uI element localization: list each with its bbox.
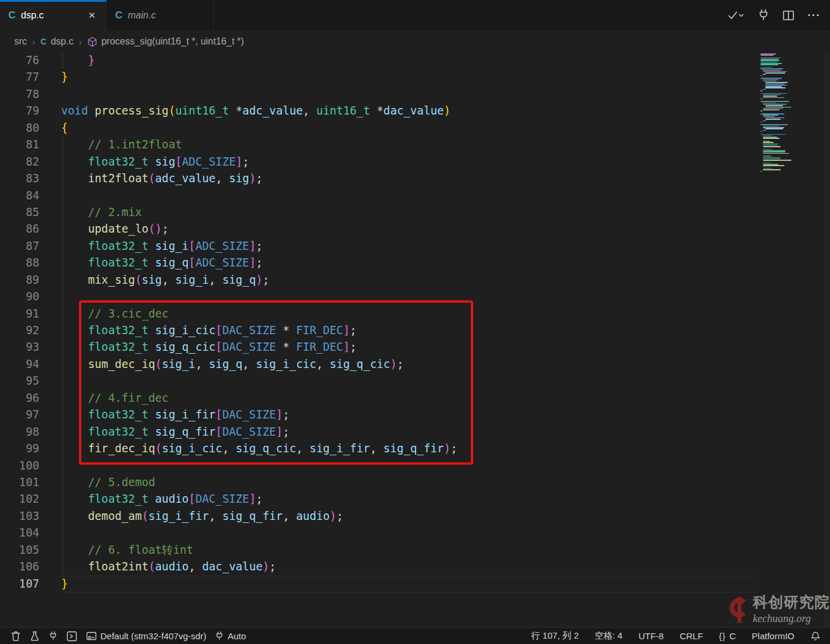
line-number[interactable]: 96 [0, 390, 39, 407]
line-number[interactable]: 88 [0, 255, 39, 271]
tab-dsp-c[interactable]: C dsp.c ✕ [0, 0, 107, 31]
code-line[interactable]: 105 // 6. float转int [0, 542, 760, 559]
scrollbar-track[interactable] [823, 52, 830, 627]
code-line[interactable]: 103 demod_am(sig_i_fir, sig_q_fir, audio… [0, 508, 760, 525]
line-number[interactable]: 78 [0, 86, 39, 103]
line-number[interactable]: 82 [0, 154, 39, 170]
status-platformio[interactable]: PlatformIO [752, 631, 794, 641]
status-line-col[interactable]: 行 107, 列 2 [531, 630, 579, 642]
pio-clean-trash-icon[interactable] [11, 631, 21, 642]
code-line[interactable]: 76 } [0, 52, 760, 69]
status-language[interactable]: {} C [719, 631, 736, 641]
line-number[interactable]: 105 [0, 542, 39, 559]
breadcrumb-item-src[interactable]: src [14, 36, 27, 47]
code-line[interactable]: 85 // 2.mix [0, 204, 760, 221]
code-line[interactable]: 106 float2int(audio, dac_value); [0, 559, 760, 575]
minimap[interactable] [761, 53, 803, 172]
code-line[interactable]: 84 [0, 188, 760, 204]
code-line[interactable]: 97 float32_t sig_i_fir[DAC_SIZE]; [0, 407, 760, 423]
code-line[interactable]: 82 float32_t sig[ADC_SIZE]; [0, 154, 760, 170]
code-line[interactable]: 86 update_lo(); [0, 221, 760, 237]
code-line[interactable]: 89 mix_sig(sig, sig_i, sig_q); [0, 272, 760, 288]
line-number[interactable]: 83 [0, 170, 39, 187]
code-line[interactable]: 90 [0, 288, 760, 305]
braces-icon: {} [719, 632, 726, 641]
code-line[interactable]: 98 float32_t sig_q_fir[DAC_SIZE]; [0, 424, 760, 440]
line-number[interactable]: 89 [0, 272, 39, 288]
status-bar: Default (stm32-f407vg-sdr) Auto 行 107, 列… [0, 627, 830, 644]
line-number[interactable]: 94 [0, 356, 39, 373]
line-number[interactable]: 92 [0, 322, 39, 339]
line-number[interactable]: 98 [0, 424, 39, 440]
line-number[interactable]: 104 [0, 525, 39, 541]
line-number[interactable]: 99 [0, 440, 39, 457]
tab-main-c[interactable]: C main.c [107, 0, 214, 31]
line-number[interactable]: 81 [0, 137, 39, 153]
code-line[interactable]: 100 [0, 458, 760, 474]
code-line[interactable]: 78 [0, 86, 760, 103]
notifications-bell-icon[interactable] [810, 631, 821, 642]
port-label: Auto [227, 631, 246, 641]
line-number[interactable]: 107 [0, 576, 39, 592]
line-number[interactable]: 102 [0, 491, 39, 507]
breadcrumb-item-symbol[interactable]: process_sig(uint16_t *, uint16_t *) [102, 36, 244, 47]
line-number[interactable]: 93 [0, 339, 39, 356]
code-line[interactable]: 88 float32_t sig_q[ADC_SIZE]; [0, 255, 760, 271]
breadcrumb-item-file[interactable]: dsp.c [50, 36, 73, 47]
code-line[interactable]: 107} [0, 576, 760, 592]
line-number[interactable]: 100 [0, 458, 39, 474]
line-number[interactable]: 87 [0, 238, 39, 255]
line-number[interactable]: 97 [0, 407, 39, 423]
project-env-icon [86, 631, 97, 641]
code-line[interactable]: 81 // 1.int2float [0, 137, 760, 153]
run-check-dropdown-icon[interactable] [727, 9, 745, 21]
line-number[interactable]: 86 [0, 221, 39, 237]
more-actions-icon[interactable]: ··· [807, 9, 821, 22]
code-line[interactable]: 79void process_sig(uint16_t *adc_value, … [0, 103, 760, 119]
editor: 76 }77}7879void process_sig(uint16_t *ad… [0, 52, 830, 627]
code-line[interactable]: 102 float32_t audio[DAC_SIZE]; [0, 491, 760, 507]
code-line[interactable]: 80{ [0, 120, 760, 137]
line-number[interactable]: 79 [0, 103, 39, 119]
status-eol[interactable]: CRLF [680, 631, 703, 641]
c-file-icon: C [40, 37, 46, 46]
pio-test-flask-icon[interactable] [30, 631, 40, 642]
line-number[interactable]: 85 [0, 204, 39, 221]
code-line[interactable]: 96 // 4.fir_dec [0, 390, 760, 407]
tab-bar: C dsp.c ✕ C main.c [0, 0, 830, 31]
pio-env-selector[interactable]: Default (stm32-f407vg-sdr) [86, 631, 206, 641]
line-number[interactable]: 106 [0, 559, 39, 575]
code-line[interactable]: 101 // 5.demod [0, 474, 760, 491]
tab-label: dsp.c [21, 10, 43, 21]
close-icon[interactable]: ✕ [85, 9, 98, 22]
tab-label: main.c [128, 10, 156, 21]
code-line[interactable]: 87 float32_t sig_i[ADC_SIZE]; [0, 238, 760, 255]
line-number[interactable]: 80 [0, 120, 39, 137]
line-number[interactable]: 95 [0, 373, 39, 389]
pio-serial-terminal-icon[interactable] [66, 631, 77, 642]
line-number[interactable]: 77 [0, 69, 39, 85]
pio-port-selector[interactable]: Auto [215, 631, 246, 642]
status-indentation[interactable]: 空格: 4 [595, 630, 623, 642]
line-number[interactable]: 90 [0, 288, 39, 305]
code-line[interactable]: 94 sum_dec_iq(sig_i, sig_q, sig_i_cic, s… [0, 356, 760, 373]
line-number[interactable]: 84 [0, 188, 39, 204]
code-line[interactable]: 91 // 3.cic_dec [0, 306, 760, 322]
code-line[interactable]: 95 [0, 373, 760, 389]
code-line[interactable]: 83 int2float(adc_value, sig); [0, 170, 760, 187]
code-line[interactable]: 92 float32_t sig_i_cic[DAC_SIZE * FIR_DE… [0, 322, 760, 339]
pio-upload-plug-icon[interactable] [49, 631, 58, 642]
status-encoding[interactable]: UTF-8 [638, 631, 664, 641]
plug-icon[interactable] [758, 9, 769, 22]
line-number[interactable]: 101 [0, 474, 39, 491]
split-editor-icon[interactable] [783, 9, 794, 21]
line-number[interactable]: 76 [0, 52, 39, 69]
code-line[interactable]: 77} [0, 69, 760, 85]
code-line[interactable]: 99 fir_dec_iq(sig_i_cic, sig_q_cic, sig_… [0, 440, 760, 457]
chevron-right-icon: › [79, 37, 82, 47]
code-line[interactable]: 104 [0, 525, 760, 541]
line-number[interactable]: 91 [0, 306, 39, 322]
code-line[interactable]: 93 float32_t sig_q_cic[DAC_SIZE * FIR_DE… [0, 339, 760, 356]
line-number[interactable]: 103 [0, 508, 39, 525]
symbol-method-cube-icon [87, 37, 97, 47]
